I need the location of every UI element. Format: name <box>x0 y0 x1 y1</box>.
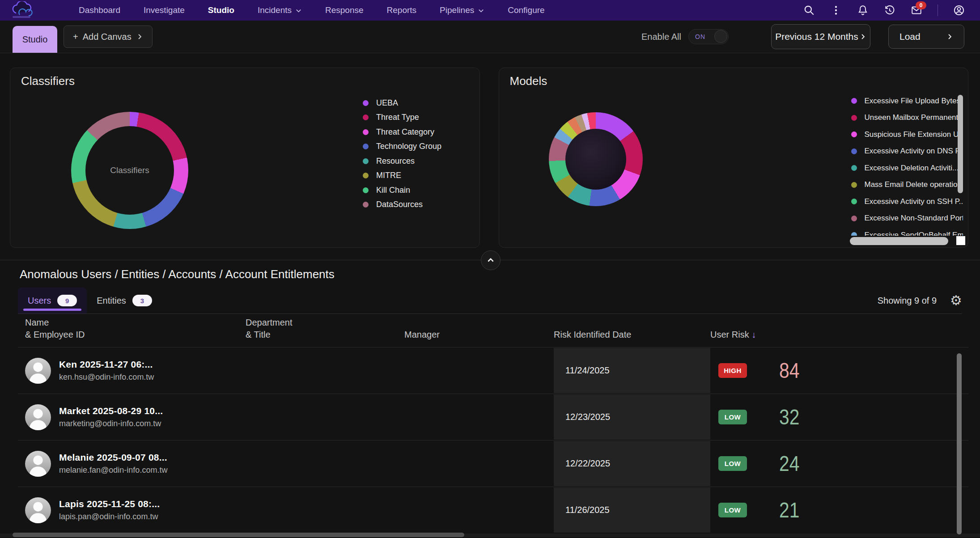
nav-items: DashboardInvestigateStudioIncidentsRespo… <box>67 0 556 21</box>
enable-all-toggle[interactable]: ON <box>688 29 729 44</box>
legend-item-threat-type[interactable]: Threat Type <box>363 110 441 125</box>
load-button[interactable]: Load <box>888 25 964 49</box>
legend-dot-icon <box>851 165 857 171</box>
models-legend-vertical-scrollbar[interactable] <box>958 95 963 193</box>
column-header-risk-identified-date[interactable]: Risk Identified Date <box>554 317 710 347</box>
column-header-user-risk[interactable]: User Risk ↓ <box>710 317 968 347</box>
risk-level-badge: HIGH <box>718 363 747 378</box>
add-canvas-button[interactable]: + Add Canvas <box>64 25 153 48</box>
models-legend: Excessive File Upload Bytes...Unseen Mai… <box>851 93 963 236</box>
legend-item-suspicious-file-extension-u-[interactable]: Suspicious File Extension U... <box>851 126 963 143</box>
legend-item-mass-email-delete-operation-[interactable]: Mass Email Delete operation... <box>851 177 963 194</box>
tab-entities[interactable]: Entities 3 <box>87 288 162 313</box>
horizontal-scrollbar-thumb[interactable] <box>13 533 464 537</box>
legend-dot-icon <box>363 129 369 135</box>
nav-item-label: Investigate <box>144 5 185 15</box>
nav-item-studio[interactable]: Studio <box>196 0 246 21</box>
models-legend-horizontal-scrollbar[interactable] <box>850 237 948 245</box>
nav-item-pipelines[interactable]: Pipelines <box>428 0 496 21</box>
legend-dot-icon <box>851 115 857 121</box>
notifications-bell-icon[interactable] <box>857 4 869 16</box>
legend-item-ueba[interactable]: UEBA <box>363 96 441 110</box>
classifiers-panel-title: Classifiers <box>21 74 75 88</box>
nav-item-label: Response <box>325 5 364 15</box>
nav-item-reports[interactable]: Reports <box>375 0 428 21</box>
nav-item-label: Dashboard <box>79 5 120 15</box>
previous-12-months-button[interactable]: Previous 12 Months <box>771 24 870 49</box>
table-row[interactable]: Lapis 2025-11-25 08:...lapis.pan@odin-in… <box>18 487 968 533</box>
search-icon[interactable] <box>803 4 815 16</box>
app-window: DashboardInvestigateStudioIncidentsRespo… <box>0 0 980 538</box>
legend-item-excessive-activity-on-dns-p-[interactable]: Excessive Activity on DNS P... <box>851 143 963 160</box>
risk-identified-date-cell: 12/23/2025 <box>554 394 710 440</box>
legend-item-excessive-deletion-activiti-[interactable]: Excessive Deletion Activiti... <box>851 160 963 177</box>
legend-item-mitre[interactable]: MITRE <box>363 169 441 183</box>
legend-label: Excessive Activity on DNS P... <box>865 147 963 156</box>
legend-item-excessive-non-standard-port-[interactable]: Excessive Non-Standard Port. <box>851 210 963 227</box>
table-vertical-scrollbar[interactable] <box>957 353 962 534</box>
legend-item-technology-group[interactable]: Technology Group <box>363 140 441 154</box>
column-header--title[interactable]: Department& Title <box>246 317 404 347</box>
mail-icon[interactable]: 0 <box>911 4 922 16</box>
brand-logo[interactable] <box>6 1 49 20</box>
kebab-menu-icon[interactable] <box>830 4 842 16</box>
legend-dot-icon <box>363 100 369 106</box>
chevron-up-icon <box>486 256 495 265</box>
table-row[interactable]: Ken 2025-11-27 06:...ken.hsu@odin-info.c… <box>18 347 968 394</box>
legend-item-datasources[interactable]: DataSources <box>363 198 441 212</box>
nav-divider <box>938 4 938 16</box>
table-header: Name& Employee IDDepartment& TitleManage… <box>18 317 968 347</box>
models-donut-chart[interactable] <box>549 112 643 206</box>
nav-item-response[interactable]: Response <box>314 0 375 21</box>
nav-item-investigate[interactable]: Investigate <box>132 0 196 21</box>
panels-row: Classifiers Classifiers UEBAThreat TypeT… <box>10 68 968 248</box>
tab-users-count: 9 <box>57 295 77 306</box>
period-label: Previous 12 Months <box>775 31 858 42</box>
legend-label: Excessive File Upload Bytes... <box>865 97 963 106</box>
legend-item-resources[interactable]: Resources <box>363 154 441 169</box>
table-row[interactable]: Melanie 2025-09-07 08...melanie.fan@odin… <box>18 440 968 487</box>
nav-item-label: Incidents <box>258 5 292 15</box>
user-name[interactable]: Market 2025-08-29 10... <box>59 406 163 416</box>
chevron-right-icon <box>136 33 143 40</box>
column-header-manager[interactable]: Manager <box>404 317 554 347</box>
user-name[interactable]: Ken 2025-11-27 06:... <box>59 359 154 370</box>
user-name[interactable]: Melanie 2025-09-07 08... <box>59 452 167 463</box>
legend-label: Resources <box>376 157 415 166</box>
showing-count: Showing 9 of 9 <box>878 296 937 306</box>
table-settings-gear-icon[interactable]: ⚙ <box>950 294 962 307</box>
nav-item-configure[interactable]: Configure <box>496 0 556 21</box>
legend-label: Suspicious File Extension U... <box>865 130 963 139</box>
table-body: Ken 2025-11-27 06:...ken.hsu@odin-info.c… <box>18 347 968 533</box>
legend-item-excessive-file-upload-bytes-[interactable]: Excessive File Upload Bytes... <box>851 93 963 110</box>
legend-item-unseen-mailbox-permanent-d[interactable]: Unseen Mailbox Permanent D <box>851 110 963 127</box>
collapse-panels-button[interactable] <box>481 250 501 270</box>
user-name[interactable]: Lapis 2025-11-25 08:... <box>59 499 160 509</box>
nav-item-incidents[interactable]: Incidents <box>246 0 314 21</box>
history-icon[interactable] <box>884 4 895 16</box>
classifiers-legend: UEBAThreat TypeThreat CategoryTechnology… <box>363 96 441 212</box>
tab-users[interactable]: Users 9 <box>18 288 87 313</box>
canvas-tab-label: Studio <box>22 34 48 45</box>
models-panel-title: Models <box>510 74 547 88</box>
legend-item-excessive-activity-on-ssh-p-[interactable]: Excessive Activity on SSH P... <box>851 193 963 210</box>
legend-label: Excessive Non-Standard Port. <box>865 214 963 223</box>
canvas-tab-studio[interactable]: Studio <box>13 26 57 53</box>
legend-item-excessive-sendonbehalf-ema-[interactable]: Excessive SendOnBehalf Ema... <box>851 227 963 236</box>
risk-identified-date-cell: 12/22/2025 <box>554 441 710 486</box>
chevron-down-icon <box>478 7 484 14</box>
enable-all-label: Enable All <box>641 32 681 42</box>
classifiers-donut-chart[interactable]: Classifiers <box>71 112 188 229</box>
legend-label: Mass Email Delete operation... <box>865 180 963 189</box>
legend-label: Technology Group <box>376 142 441 151</box>
legend-item-kill-chain[interactable]: Kill Chain <box>363 183 441 198</box>
account-icon[interactable] <box>953 4 965 16</box>
sort-desc-icon[interactable]: ↓ <box>749 330 756 339</box>
nav-item-dashboard[interactable]: Dashboard <box>67 0 132 21</box>
column-header--employee-id[interactable]: Name& Employee ID <box>25 317 246 347</box>
legend-item-threat-category[interactable]: Threat Category <box>363 125 441 140</box>
table-row[interactable]: Market 2025-08-29 10...marketing@odin-in… <box>18 394 968 440</box>
classifiers-panel: Classifiers Classifiers UEBAThreat TypeT… <box>10 68 480 248</box>
legend-dot-icon <box>363 144 369 149</box>
legend-label: DataSources <box>376 200 423 209</box>
